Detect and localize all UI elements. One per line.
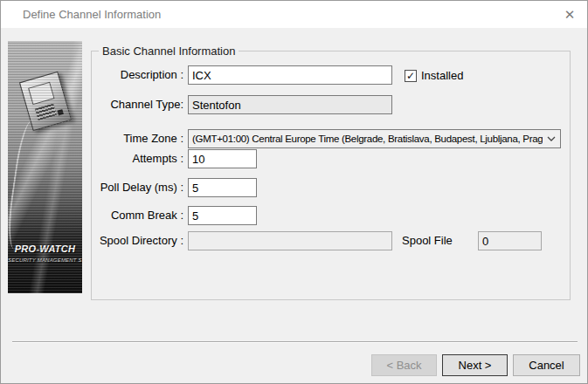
titlebar: Define Channel Information ✕ (1, 1, 587, 28)
poll-delay-input[interactable] (188, 178, 257, 197)
comm-break-input[interactable] (188, 206, 257, 225)
comm-break-label: Comm Break : (92, 209, 183, 222)
back-button: < Back (371, 354, 437, 376)
time-zone-label: Time Zone : (92, 132, 183, 145)
installed-checkbox[interactable]: ✓ Installed (405, 69, 463, 82)
spool-directory-label: Spool Directory : (92, 234, 183, 247)
window-title: Define Channel Information (23, 8, 161, 21)
installed-label: Installed (421, 69, 463, 82)
spool-directory-input (188, 231, 392, 250)
time-zone-dropdown[interactable]: (GMT+01:00) Central Europe Time (Belgrad… (188, 129, 561, 148)
chevron-down-icon[interactable] (543, 130, 560, 147)
group-title: Basic Channel Information (99, 45, 239, 58)
cancel-button[interactable]: Cancel (513, 354, 580, 376)
attempts-input[interactable] (188, 149, 257, 168)
close-icon[interactable]: ✕ (561, 6, 578, 24)
next-button[interactable]: Next > (442, 354, 508, 376)
spool-file-label: Spool File (402, 234, 453, 247)
channel-type-label: Channel Type: (92, 98, 183, 111)
footer-separator (12, 341, 578, 343)
prowatch-tagline: SECURITY MANAGEMENT SYSTEM (8, 257, 82, 263)
define-channel-information-dialog: Define Channel Information ✕ PRO-WATCH S… (0, 0, 588, 384)
attempts-label: Attempts : (92, 152, 183, 165)
poll-delay-label: Poll Delay (ms) : (92, 181, 183, 194)
channel-type-input (188, 95, 392, 114)
spool-file-input (478, 231, 542, 250)
description-input[interactable] (188, 65, 392, 85)
time-zone-selected-value: (GMT+01:00) Central Europe Time (Belgrad… (189, 134, 543, 144)
description-label: Description : (92, 68, 183, 81)
card-reader-illustration (19, 72, 72, 131)
checkbox-check-icon[interactable]: ✓ (405, 70, 417, 82)
basic-channel-information-group: Basic Channel Information Description : … (91, 51, 571, 300)
prowatch-branding-image: PRO-WATCH SECURITY MANAGEMENT SYSTEM (8, 41, 82, 293)
prowatch-logo-text: PRO-WATCH (8, 243, 82, 254)
